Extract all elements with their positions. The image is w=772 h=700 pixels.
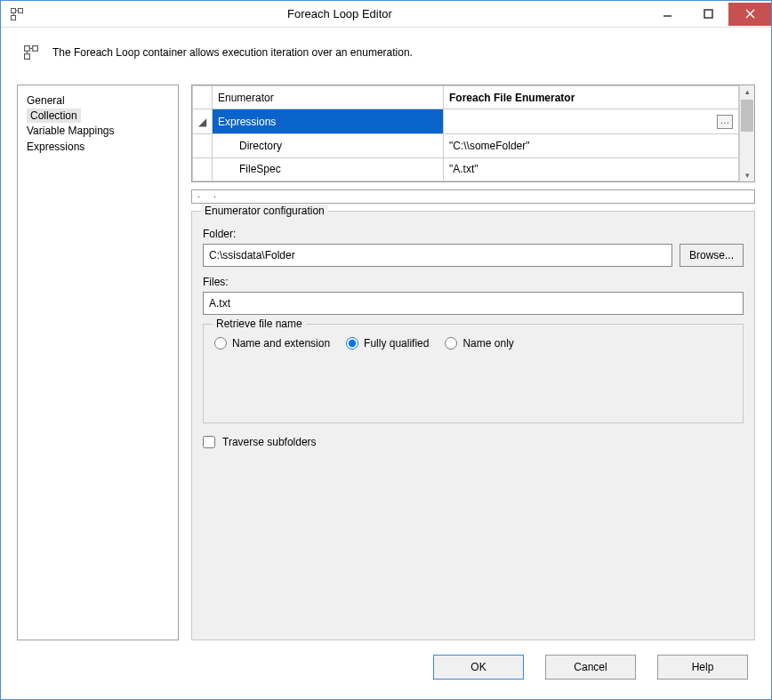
right-panel: Enumerator Foreach File Enumerator ◢ Exp… [191,84,755,640]
grid-label[interactable]: Enumerator [213,86,444,109]
radio-fully-qualified[interactable]: Fully qualified [346,337,429,350]
radio-name-only[interactable]: Name only [445,337,513,350]
collapse-icon[interactable]: ◢ [193,109,213,134]
grid-label[interactable]: FileSpec [213,157,444,181]
main-area: General Collection Variable Mappings Exp… [17,84,755,640]
grid-row-filespec: FileSpec "A.txt" [193,157,739,181]
grid-value[interactable]: "A.txt" [444,157,739,181]
svg-rect-11 [25,54,30,60]
radio-fully-qualified-input[interactable] [346,337,358,350]
grid-value[interactable]: "C:\\someFolder" [444,134,739,157]
window-title: Foreach Loop Editor [33,7,647,20]
nav-item-variable-mappings[interactable]: Variable Mappings [27,123,169,139]
radio-name-and-extension[interactable]: Name and extension [214,337,330,350]
nav-item-general[interactable]: General [27,93,169,109]
splitter-bar[interactable]: . . [191,189,755,204]
grid-scrollbar[interactable]: ▴ ▾ [739,85,754,181]
grid-expand-cell [193,86,213,109]
nav-panel: General Collection Variable Mappings Exp… [17,84,179,640]
scroll-up-icon[interactable]: ▴ [745,85,750,98]
titlebar: Foreach Loop Editor [1,1,771,28]
svg-rect-10 [33,46,38,52]
ok-button[interactable]: OK [433,655,524,680]
files-label: Files: [203,276,744,288]
retrieve-legend: Retrieve file name [213,318,306,330]
nav-item-expressions[interactable]: Expressions [27,139,169,155]
traverse-label[interactable]: Traverse subfolders [222,436,317,448]
dialog-window: Foreach Loop Editor The Foreach Loop con… [0,0,772,700]
button-bar: OK Cancel Help [17,640,755,687]
dialog-content: The Foreach Loop container allows execut… [1,28,771,699]
loop-icon [24,45,38,60]
ellipsis-button[interactable]: … [717,115,733,129]
group-legend: Enumerator configuration [201,205,328,217]
svg-rect-6 [704,10,712,18]
cancel-button[interactable]: Cancel [545,655,636,680]
browse-button[interactable]: Browse... [680,244,744,267]
grid-value[interactable]: … [444,109,739,134]
info-header: The Foreach Loop container allows execut… [17,40,755,84]
help-button[interactable]: Help [657,655,748,680]
scroll-down-icon[interactable]: ▾ [745,169,750,181]
app-icon [6,4,28,25]
svg-rect-1 [19,8,23,12]
radio-name-only-input[interactable] [445,337,457,350]
folder-label: Folder: [203,228,744,240]
property-grid[interactable]: Enumerator Foreach File Enumerator ◢ Exp… [191,84,755,182]
scroll-thumb[interactable] [741,100,753,132]
svg-rect-9 [25,46,30,52]
retrieve-filename-group: Retrieve file name Name and extension Fu… [203,324,744,423]
close-button[interactable] [728,3,771,26]
maximize-button[interactable] [688,3,728,26]
radio-name-and-extension-input[interactable] [214,337,227,350]
grid-expand-cell [193,134,213,157]
files-input[interactable] [203,292,744,315]
grid-label[interactable]: Expressions [213,109,444,134]
nav-item-collection[interactable]: Collection [27,109,81,123]
enumerator-config-group: Enumerator configuration Folder: Browse.… [191,211,755,640]
grid-row-enumerator: Enumerator Foreach File Enumerator [193,86,739,109]
grid-label[interactable]: Directory [213,134,444,157]
traverse-checkbox[interactable] [203,436,215,448]
folder-input[interactable] [203,244,672,267]
grid-row-expressions: ◢ Expressions … [193,109,739,134]
grid-row-directory: Directory "C:\\someFolder" [193,134,739,157]
grid-value[interactable]: Foreach File Enumerator [444,86,739,109]
info-text: The Foreach Loop container allows execut… [52,45,413,59]
svg-rect-2 [12,15,16,20]
minimize-button[interactable] [647,3,688,26]
svg-rect-0 [12,8,16,12]
grid-expand-cell [193,157,213,181]
